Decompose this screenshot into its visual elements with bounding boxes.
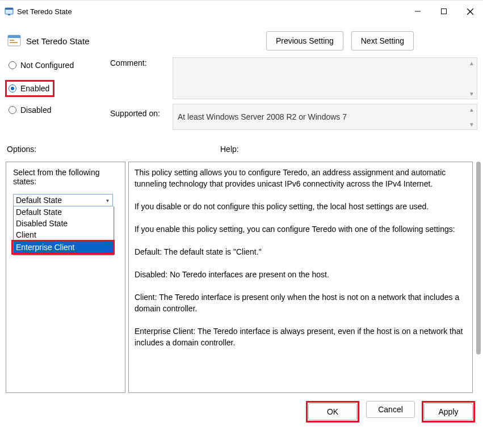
app-icon <box>5 7 14 16</box>
help-scrollbar[interactable] <box>476 162 478 393</box>
teredo-state-dropdown[interactable]: Default State ▾ <box>13 194 113 206</box>
listbox-item-default-state[interactable]: Default State <box>14 206 114 218</box>
svg-rect-2 <box>8 14 10 15</box>
fields-column: Comment: ▲ ▼ Supported on: At least Wind… <box>110 57 477 134</box>
highlight-box: OK <box>306 401 359 422</box>
options-caption: Select from the following states: <box>13 168 118 186</box>
comment-label: Comment: <box>110 57 173 99</box>
highlight-box: Apply <box>422 401 475 422</box>
help-paragraph: This policy setting allows you to config… <box>135 167 467 189</box>
listbox-item-enterprise-client[interactable]: Enterprise Client <box>14 242 113 253</box>
help-paragraph: If you disable or do not configure this … <box>135 201 467 212</box>
help-paragraph: Enterprise Client: The Teredo interface … <box>135 326 467 348</box>
policy-title: Set Teredo State <box>26 36 89 46</box>
ok-button[interactable]: OK <box>308 403 357 420</box>
maximize-button[interactable] <box>431 1 457 22</box>
comment-textarea[interactable]: ▲ ▼ <box>173 57 477 99</box>
apply-button[interactable]: Apply <box>424 403 473 420</box>
cancel-button[interactable]: Cancel <box>366 401 415 418</box>
help-paragraph: Default: The default state is "Client." <box>135 246 467 257</box>
supported-on-value: At least Windows Server 2008 R2 or Windo… <box>178 112 347 121</box>
radio-label: Enabled <box>20 84 49 93</box>
footer-buttons: OK Cancel Apply <box>0 393 483 422</box>
dropdown-selected-value: Default State <box>16 196 62 205</box>
panels-row: Select from the following states: Defaul… <box>0 156 483 393</box>
close-button[interactable] <box>457 1 483 22</box>
listbox-item-disabled-state[interactable]: Disabled State <box>14 218 114 229</box>
svg-rect-9 <box>10 40 14 41</box>
minimize-icon <box>415 9 421 14</box>
next-setting-button[interactable]: Next Setting <box>351 31 414 50</box>
header-row: Set Teredo State Previous Setting Next S… <box>0 22 483 50</box>
window-controls <box>405 1 483 22</box>
radio-label: Disabled <box>20 105 51 115</box>
disabled-radio[interactable]: Disabled <box>8 103 110 117</box>
radio-icon <box>9 61 16 69</box>
scroll-up-icon: ▲ <box>468 105 476 113</box>
state-radio-group: Not Configured Enabled Disabled <box>8 57 110 134</box>
options-panel: Select from the following states: Defaul… <box>6 162 125 393</box>
radio-icon <box>9 84 16 92</box>
radio-icon <box>9 106 16 114</box>
help-paragraph: Client: The Teredo interface is present … <box>135 291 467 314</box>
not-configured-radio[interactable]: Not Configured <box>8 58 110 72</box>
supported-row: Supported on: At least Windows Server 20… <box>110 104 477 130</box>
svg-rect-10 <box>10 42 18 43</box>
top-area: Not Configured Enabled Disabled Comment:… <box>0 50 483 134</box>
dialog-window: Set Teredo State Set Teredo State Previo… <box>0 0 483 448</box>
supported-label: Supported on: <box>110 104 173 130</box>
titlebar-left: Set Teredo State <box>5 7 72 16</box>
scroll-down-icon: ▼ <box>468 120 476 128</box>
scrollbar-thumb[interactable] <box>476 162 481 354</box>
close-icon <box>467 9 473 15</box>
nav-buttons: Previous Setting Next Setting <box>266 31 414 50</box>
scroll-down-icon: ▼ <box>468 90 476 98</box>
enabled-radio[interactable]: Enabled <box>5 80 54 97</box>
titlebar: Set Teredo State <box>0 1 483 22</box>
window-title: Set Teredo State <box>17 7 72 16</box>
supported-on-box: At least Windows Server 2008 R2 or Windo… <box>173 104 477 130</box>
highlight-box: Enterprise Client <box>11 240 115 255</box>
minimize-button[interactable] <box>405 1 431 22</box>
scroll-up-icon: ▲ <box>468 59 476 67</box>
help-paragraph: If you enable this policy setting, you c… <box>135 223 467 235</box>
policy-icon <box>7 33 22 48</box>
listbox-item-client[interactable]: Client <box>14 229 114 240</box>
help-label: Help: <box>220 145 239 154</box>
radio-label: Not Configured <box>20 61 74 70</box>
section-labels: Options: Help: <box>0 134 483 156</box>
help-panel: This policy setting allows you to config… <box>128 162 473 393</box>
comment-row: Comment: ▲ ▼ <box>110 57 477 99</box>
teredo-state-listbox: Default State Disabled State Client Ente… <box>13 206 114 255</box>
help-paragraph: Disabled: No Teredo interfaces are prese… <box>135 269 467 280</box>
chevron-down-icon: ▾ <box>102 197 112 204</box>
svg-rect-1 <box>5 8 13 10</box>
maximize-icon <box>441 9 447 14</box>
svg-rect-4 <box>442 9 447 14</box>
svg-rect-8 <box>8 35 20 38</box>
previous-setting-button[interactable]: Previous Setting <box>266 31 343 50</box>
options-label: Options: <box>7 145 220 154</box>
